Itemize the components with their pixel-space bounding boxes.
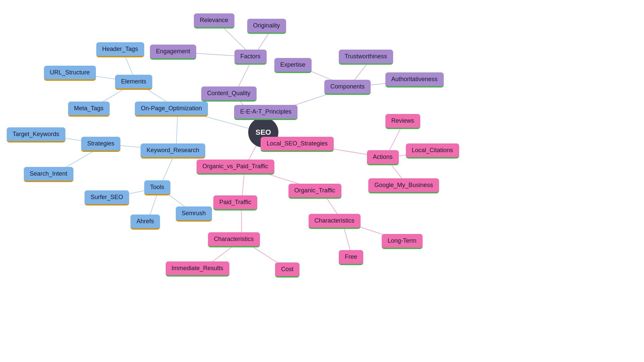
- node-char_organic: Characteristics: [309, 214, 361, 229]
- node-local_cit: Local_Citations: [406, 143, 459, 159]
- node-strategies: Strategies: [81, 137, 120, 152]
- node-gmb: Google_My_Business: [368, 178, 439, 193]
- node-meta_tags: Meta_Tags: [68, 102, 110, 117]
- node-imm_results: Immediate_Results: [166, 261, 229, 277]
- node-paid_traffic: Paid_Traffic: [213, 195, 257, 210]
- node-surfer_seo: Surfer_SEO: [85, 190, 129, 205]
- node-url_structure: URL_Structure: [44, 66, 96, 81]
- node-on_page_opt: On-Page_Optimization: [135, 102, 208, 117]
- node-originality: Originality: [247, 19, 286, 34]
- node-components: Components: [324, 80, 371, 95]
- node-organic_traffic: Organic_Traffic: [288, 184, 341, 199]
- node-char_paid: Characteristics: [208, 232, 260, 247]
- node-engagement: Engagement: [150, 45, 196, 60]
- node-semrush: Semrush: [176, 206, 212, 222]
- node-tools: Tools: [144, 180, 170, 195]
- node-long_term: Long-Term: [382, 234, 423, 249]
- node-header_tags: Header_Tags: [96, 42, 144, 57]
- node-reviews: Reviews: [385, 114, 420, 129]
- node-authoritativeness: Authoritativeness: [385, 72, 444, 87]
- node-cost: Cost: [275, 262, 300, 278]
- node-trustworth: Trustworthiness: [339, 50, 393, 65]
- node-target_kw: Target_Keywords: [7, 127, 65, 142]
- node-local_seo: Local_SEO_Strategies: [261, 137, 334, 152]
- node-eeat: E-E-A-T_Principles: [234, 105, 298, 120]
- node-actions: Actions: [367, 150, 399, 165]
- node-ahrefs: Ahrefs: [130, 215, 160, 230]
- node-expertise: Expertise: [274, 58, 312, 73]
- node-keyword_res: Keyword_Research: [141, 143, 205, 159]
- node-free: Free: [339, 250, 363, 265]
- node-search_intent: Search_Intent: [24, 167, 73, 182]
- node-relevance: Relevance: [194, 13, 234, 28]
- node-elements: Elements: [115, 75, 152, 90]
- node-content_q: Content_Quality: [201, 86, 257, 102]
- node-factors: Factors: [234, 50, 267, 65]
- node-org_vs_paid: Organic_vs_Paid_Traffic: [197, 160, 274, 175]
